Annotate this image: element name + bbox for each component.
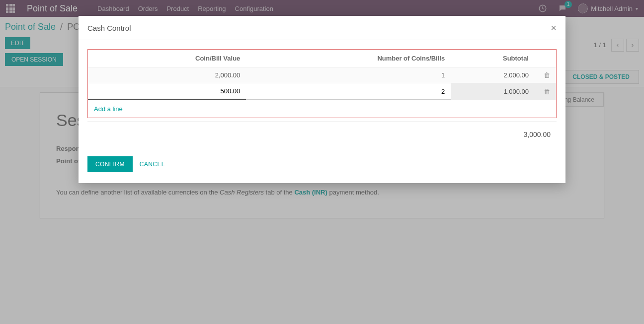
cell-num[interactable]: 1 xyxy=(246,67,451,83)
coin-value-input[interactable] xyxy=(88,83,246,100)
confirm-button[interactable]: CONFIRM xyxy=(87,156,133,172)
cash-table: Coin/Bill Value Number of Coins/Bills Su… xyxy=(88,50,556,100)
col-coin-value: Coin/Bill Value xyxy=(88,50,246,67)
cell-sub: 2,000.00 xyxy=(451,67,535,83)
col-number: Number of Coins/Bills xyxy=(246,50,451,67)
table-row[interactable]: 1,000.00 🗑 xyxy=(88,83,556,100)
modal-title: Cash Control xyxy=(87,24,131,32)
cash-total: 3,000.00 xyxy=(87,121,557,140)
coin-count-input[interactable] xyxy=(246,84,451,100)
table-row[interactable]: 2,000.00 1 2,000.00 🗑 xyxy=(88,67,556,83)
cash-table-highlight: Coin/Bill Value Number of Coins/Bills Su… xyxy=(87,49,557,118)
cancel-button[interactable]: CANCEL xyxy=(140,161,165,168)
col-subtotal: Subtotal xyxy=(451,50,535,67)
close-icon[interactable]: × xyxy=(551,23,557,33)
cell-coin[interactable]: 2,000.00 xyxy=(88,67,246,83)
cell-sub: 1,000.00 xyxy=(451,83,535,100)
cash-control-modal: Cash Control × Coin/Bill Value Number of… xyxy=(79,16,565,183)
add-line-link[interactable]: Add a line xyxy=(94,105,123,113)
trash-icon[interactable]: 🗑 xyxy=(544,88,550,95)
trash-icon[interactable]: 🗑 xyxy=(544,71,550,79)
